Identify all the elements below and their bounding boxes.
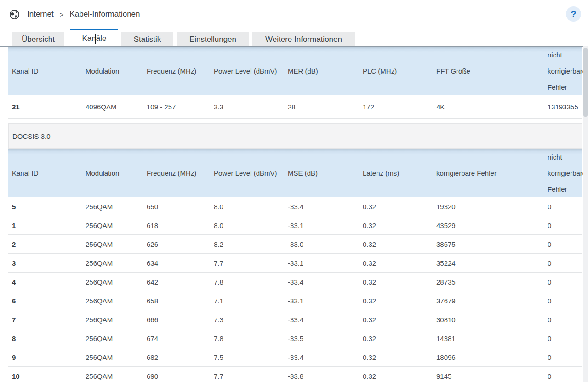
table-cell: 7.3 (210, 310, 284, 329)
table-cell: 256QAM (82, 254, 143, 273)
table-cell: 28735 (433, 273, 544, 291)
table-row: 9256QAM6827.5-33.40.32180960 (8, 348, 582, 367)
column-header: Frequenz (MHz) (143, 149, 210, 197)
table-cell: 109 - 257 (143, 95, 210, 119)
table-cell: 0.32 (359, 197, 433, 216)
table-cell: 0.32 (359, 273, 433, 291)
table-cell: 7.1 (210, 291, 284, 310)
column-header: Power Level (dBmV) (210, 47, 284, 95)
table-cell: 9145 (433, 367, 544, 382)
table-header-row: Kanal IDModulationFrequenz (MHz)Power Le… (8, 149, 582, 197)
table-cell: 13193355 (544, 95, 582, 119)
table-cell: 7.8 (210, 273, 284, 291)
table-cell: 0.32 (359, 235, 433, 254)
scrollbar[interactable] (583, 46, 588, 382)
table-row: 6256QAM6587.1-33.10.32376790 (8, 291, 582, 310)
channel-info-content: Kanal IDModulationFrequenz (MHz)Power Le… (8, 47, 582, 382)
table-row: 7256QAM6667.3-33.40.32308100 (8, 310, 582, 329)
table-cell: 0 (544, 348, 582, 367)
table-cell: 3 (8, 254, 82, 273)
table-cell: 0.32 (359, 216, 433, 235)
table-cell: 650 (143, 197, 210, 216)
docsis30-table: Kanal IDModulationFrequenz (MHz)Power Le… (8, 149, 582, 382)
table-cell: 37679 (433, 291, 544, 310)
table-cell: -33.4 (284, 197, 359, 216)
column-header: FFT Größe (433, 47, 544, 95)
table-cell: 172 (359, 95, 433, 119)
table-cell: 256QAM (82, 216, 143, 235)
page-header: Internet > Kabel-Informationen ? (0, 0, 588, 29)
table-cell: 634 (143, 254, 210, 273)
table-row: 214096QAM109 - 2573.3281724K13193355 (8, 95, 582, 119)
table-row: 5256QAM6508.0-33.40.32193200 (8, 197, 582, 216)
table-cell: 10 (8, 367, 82, 382)
table-cell: 0 (544, 273, 582, 291)
table-cell: 682 (143, 348, 210, 367)
column-header: nicht korrigierbare Fehler (544, 47, 582, 95)
table-row: 10256QAM6907.7-33.80.3291450 (8, 367, 582, 382)
table-cell: 256QAM (82, 273, 143, 291)
table-cell: 0.32 (359, 367, 433, 382)
table-cell: 0.32 (359, 348, 433, 367)
table-cell: 642 (143, 273, 210, 291)
tab-einstellungen[interactable]: Einstellungen (177, 32, 249, 46)
tab-label: Einstellungen (189, 35, 236, 44)
table-cell: 0 (544, 216, 582, 235)
table-cell: 8.0 (210, 216, 284, 235)
column-header: Kanal ID (8, 149, 82, 197)
table-cell: -33.1 (284, 254, 359, 273)
table-cell: 256QAM (82, 329, 143, 348)
table-cell: 43529 (433, 216, 544, 235)
table-cell: 0.32 (359, 310, 433, 329)
table-cell: 4 (8, 273, 82, 291)
table-cell: 0 (544, 254, 582, 273)
table-cell: 7.8 (210, 329, 284, 348)
table-cell: 658 (143, 291, 210, 310)
table-cell: 7.7 (210, 367, 284, 382)
breadcrumb-section[interactable]: Internet (27, 10, 54, 19)
table-cell: 14381 (433, 329, 544, 348)
table-cell: 1 (8, 216, 82, 235)
table-cell: 5 (8, 197, 82, 216)
docsis31-table: Kanal IDModulationFrequenz (MHz)Power Le… (8, 47, 582, 119)
table-cell: 256QAM (82, 235, 143, 254)
table-cell: -33.1 (284, 291, 359, 310)
table-cell: 8.0 (210, 197, 284, 216)
tab-kanäle[interactable]: Kanäle (70, 29, 118, 46)
table-row: 1256QAM6188.0-33.10.32435290 (8, 216, 582, 235)
tab-weitere-informationen[interactable]: Weitere Informationen (252, 32, 355, 46)
table-cell: 9 (8, 348, 82, 367)
table-cell: 626 (143, 235, 210, 254)
tab-bar: ÜbersichtKanäleStatistikEinstellungenWei… (0, 29, 588, 46)
docsis30-section: Kanal IDModulationFrequenz (MHz)Power Le… (8, 149, 582, 382)
table-cell: 0 (544, 310, 582, 329)
column-header: Power Level (dBmV) (210, 149, 284, 197)
tab-label: Weitere Informationen (265, 35, 342, 44)
table-cell: 674 (143, 329, 210, 348)
text-cursor-icon (95, 34, 96, 44)
internet-globe-icon (9, 9, 20, 20)
table-cell: 4096QAM (82, 95, 143, 119)
table-cell: 30810 (433, 310, 544, 329)
table-cell: 28 (284, 95, 359, 119)
table-cell: 35224 (433, 254, 544, 273)
table-cell: -33.5 (284, 329, 359, 348)
column-header: Frequenz (MHz) (143, 47, 210, 95)
scrollbar-thumb[interactable] (583, 48, 588, 117)
docsis31-section: Kanal IDModulationFrequenz (MHz)Power Le… (8, 47, 582, 119)
table-header-row: Kanal IDModulationFrequenz (MHz)Power Le… (8, 47, 582, 95)
table-cell: -33.8 (284, 367, 359, 382)
table-cell: 0 (544, 235, 582, 254)
tab-label: Statistik (134, 35, 161, 44)
column-header: Kanal ID (8, 47, 82, 95)
tab-label: Übersicht (22, 35, 55, 44)
help-button[interactable]: ? (566, 6, 581, 22)
table-cell: 0 (544, 197, 582, 216)
table-cell: 4K (433, 95, 544, 119)
tab-übersicht[interactable]: Übersicht (12, 32, 64, 46)
table-cell: 7 (8, 310, 82, 329)
tab-statistik[interactable]: Statistik (121, 32, 173, 46)
table-cell: 256QAM (82, 367, 143, 382)
table-cell: 256QAM (82, 291, 143, 310)
breadcrumb-separator-icon: > (60, 11, 64, 18)
